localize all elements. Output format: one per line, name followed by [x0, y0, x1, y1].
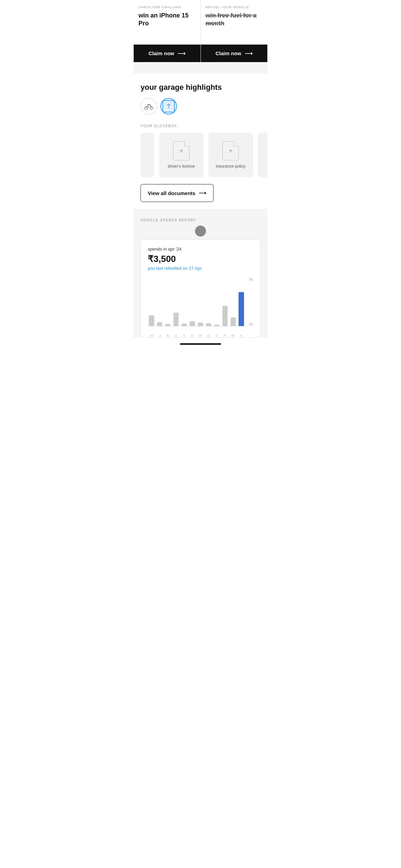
- chart-bar-9: [222, 306, 228, 326]
- chart-x-label-3: A: [172, 334, 180, 337]
- chart-bar-3: [173, 313, 179, 326]
- promo-card-fuel-content: REFUEL YOUR VEHICLE win free fuel for a …: [201, 0, 268, 45]
- chart-x-label-2: Ju: [164, 334, 172, 337]
- chart-bar-group: [180, 278, 188, 326]
- doc-icon-insurance: +: [222, 141, 239, 160]
- chart-bar-group: [213, 278, 221, 326]
- doc-icon-drivers-licence: +: [173, 141, 190, 160]
- doc-plus-icon-insurance: +: [229, 147, 233, 154]
- chart-x-label-10: M: [229, 334, 237, 337]
- spends-card: spends in apr '24 ₹3,500 you last refuel…: [141, 239, 260, 338]
- arrow-icon-fuel: ⟶: [245, 50, 253, 57]
- vehicle-tab-bike[interactable]: [141, 98, 157, 114]
- chart-y-top: 5K: [249, 278, 253, 281]
- chart-area-container: 5K 0K: [148, 278, 253, 333]
- spends-label: VEHICLE SPENDS REPORT: [134, 218, 267, 222]
- arrow-icon-challan: ⟶: [178, 50, 185, 57]
- glovebox-label: YOUR GLOVEBOX: [134, 124, 267, 128]
- vehicle-tab-unknown[interactable]: ?: [160, 98, 177, 114]
- chart-bar-group: [164, 278, 172, 326]
- view-docs-arrow-icon: ⟶: [199, 190, 206, 196]
- chart-x-label-7: D: [205, 334, 213, 337]
- question-box: ?: [162, 100, 175, 112]
- doc-card-puc[interactable]: + puc certificate: [258, 133, 267, 177]
- view-docs-button[interactable]: View all documents ⟶: [141, 184, 214, 202]
- doc-card-drivers-licence[interactable]: + driver's licence: [159, 133, 204, 177]
- chart-bar-11: [239, 292, 244, 326]
- chart-bar-5: [190, 321, 195, 326]
- promo-title-fuel: win free fuel for a month: [206, 12, 263, 27]
- spends-dot-wrapper: [134, 226, 267, 237]
- doc-file-shape: +: [173, 141, 190, 160]
- chart-bar-1: [157, 322, 162, 326]
- chart-x-label-5: O: [188, 334, 196, 337]
- spends-dot: [195, 226, 206, 237]
- spends-period: spends in apr '24: [148, 246, 253, 252]
- spends-section: VEHICLE SPENDS REPORT spends in apr '24 …: [134, 209, 267, 338]
- garage-section: your garage highlights ?: [134, 73, 267, 114]
- chart-bar-2: [165, 324, 170, 326]
- spends-amount: ₹3,500: [148, 254, 253, 264]
- chart-x-label-9: F: [221, 334, 229, 337]
- chart-x-labels: MJJuASONDJFMA: [148, 333, 245, 337]
- doc-card-insurance[interactable]: + insurance policy: [208, 133, 253, 177]
- chart-bar-group: [189, 278, 196, 326]
- question-mark: ?: [167, 103, 170, 109]
- chart-bar-10: [231, 317, 236, 326]
- glovebox-scroll[interactable]: + driver's licence + insurance policy + …: [134, 133, 267, 177]
- doc-label-drivers-licence: driver's licence: [168, 164, 195, 169]
- chart-bar-0: [149, 315, 154, 326]
- chart-bar-group: [238, 278, 245, 326]
- vehicle-tabs: ?: [141, 98, 260, 114]
- glovebox-cards-wrapper: + driver's licence + insurance policy + …: [134, 133, 267, 177]
- chart-bar-group: [172, 278, 180, 326]
- chart-bar-8: [214, 325, 219, 326]
- chart-bar-group: [148, 278, 155, 326]
- claim-label-challan: Claim now: [148, 50, 174, 56]
- scroll-bar: [180, 343, 221, 345]
- chart-bar-group: [205, 278, 212, 326]
- section-gap: [134, 62, 267, 73]
- chart-bars: [148, 278, 245, 326]
- view-docs-label: View all documents: [148, 190, 195, 196]
- chart-bar-7: [206, 323, 211, 326]
- claim-button-challan[interactable]: Claim now ⟶: [134, 45, 200, 62]
- chart-y-labels: 5K 0K: [249, 278, 253, 333]
- doc-file-shape-insurance: +: [222, 141, 239, 160]
- claim-button-fuel[interactable]: Claim now ⟶: [201, 45, 268, 62]
- promo-subtitle-fuel: REFUEL YOUR VEHICLE: [206, 5, 263, 9]
- promo-title-challan: win an iPhone 15 Pro: [138, 12, 196, 27]
- doc-card-partial-rc: [141, 133, 154, 177]
- chart-y-bottom: 0K: [249, 323, 253, 326]
- chart-bar-group: [229, 278, 237, 326]
- chart-wrapper: 5K 0K MJJuASONDJFMA: [148, 278, 253, 337]
- garage-title: your garage highlights: [141, 83, 260, 92]
- promo-card-fuel: REFUEL YOUR VEHICLE win free fuel for a …: [201, 0, 268, 62]
- claim-label-fuel: Claim now: [216, 50, 241, 56]
- chart-x-label-8: J: [212, 334, 221, 337]
- promo-card-challan-content: CHECK FOR CHALLANS win an iPhone 15 Pro: [134, 0, 200, 45]
- chart-bar-6: [198, 323, 203, 326]
- chart-bar-group: [221, 278, 229, 326]
- chart-bar-4: [182, 324, 187, 326]
- chart-x-label-4: S: [180, 334, 189, 337]
- chart-x-label-1: J: [156, 334, 164, 337]
- chart-x-label-0: M: [148, 334, 156, 337]
- chart-bar-group: [156, 278, 163, 326]
- bike-icon: [144, 101, 154, 111]
- doc-plus-icon: +: [179, 147, 183, 154]
- chart-bar-group: [197, 278, 204, 326]
- scroll-indicator: [134, 338, 267, 348]
- doc-label-insurance: insurance policy: [216, 164, 245, 169]
- promo-card-challan: CHECK FOR CHALLANS win an iPhone 15 Pro …: [134, 0, 201, 62]
- spends-refuel-text: you last refuelled on 27 Apr: [148, 266, 253, 271]
- chart-x-label-11: A: [237, 334, 245, 337]
- promo-cards-section: CHECK FOR CHALLANS win an iPhone 15 Pro …: [134, 0, 267, 62]
- promo-subtitle-challan: CHECK FOR CHALLANS: [138, 5, 196, 9]
- chart-x-label-6: N: [196, 334, 205, 337]
